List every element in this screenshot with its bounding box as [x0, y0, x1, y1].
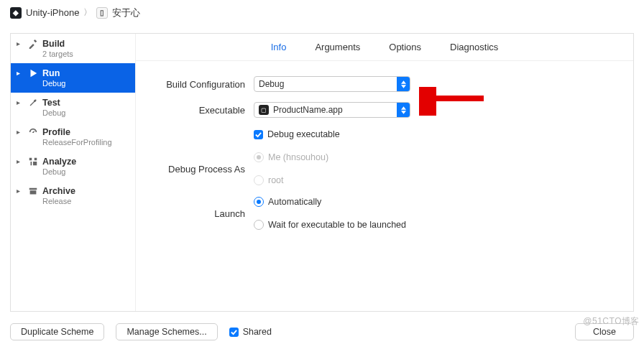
breadcrumb-target[interactable]: 安于心 — [112, 6, 140, 19]
callout-arrow-icon — [419, 87, 491, 116]
tab-diagnostics[interactable]: Diagnostics — [448, 39, 500, 55]
app-icon: ▢ — [259, 105, 269, 115]
build-config-value: Debug — [259, 79, 284, 89]
debug-as-me-label: Me (hnsouhou) — [268, 152, 328, 162]
sidebar-item-label: Profile — [42, 126, 112, 138]
scheme-sidebar: ▸ Build 2 targets ▸ Run Debug ▸ Test Deb… — [11, 34, 136, 311]
sidebar-item-profile[interactable]: ▸ Profile ReleaseForProfiling — [11, 122, 135, 152]
sidebar-item-sub: Debug — [42, 108, 65, 118]
radio-icon — [254, 175, 264, 185]
archive-icon — [28, 186, 38, 196]
disclosure-icon: ▸ — [17, 185, 24, 197]
breadcrumb-project[interactable]: Unity-iPhone — [26, 7, 79, 18]
sidebar-item-run[interactable]: ▸ Run Debug — [11, 63, 135, 93]
disclosure-icon: ▸ — [17, 68, 24, 79]
sidebar-item-label: Build — [42, 38, 73, 50]
manage-schemes-button[interactable]: Manage Schemes... — [116, 323, 217, 340]
tabs: Info Arguments Options Diagnostics — [136, 34, 633, 61]
select-caret-icon — [397, 103, 410, 117]
sidebar-item-sub: 2 targets — [42, 50, 73, 59]
shared-checkbox[interactable]: Shared — [229, 327, 272, 337]
sidebar-item-sub: Debug — [42, 167, 76, 177]
hammer-icon — [28, 39, 38, 49]
target-icon: ▯ — [96, 7, 108, 19]
debug-executable-label: Debug executable — [267, 129, 340, 139]
build-config-select[interactable]: Debug — [254, 76, 410, 92]
tab-options[interactable]: Options — [387, 39, 423, 55]
executable-value: ProductName.app — [273, 105, 343, 115]
sidebar-item-sub: ReleaseForProfiling — [42, 138, 112, 147]
debug-as-me-radio[interactable]: Me (hnsouhou) — [254, 149, 328, 166]
project-icon: ◆ — [10, 7, 22, 19]
executable-select[interactable]: ▢ ProductName.app — [254, 102, 410, 118]
launch-wait-radio[interactable]: Wait for executable to be launched — [254, 216, 406, 233]
checkbox-checked-icon — [229, 328, 239, 337]
sidebar-item-label: Archive — [42, 185, 75, 197]
launch-auto-radio[interactable]: Automatically — [254, 193, 321, 210]
gauge-icon — [28, 127, 38, 137]
disclosure-icon: ▸ — [17, 97, 24, 108]
sidebar-item-analyze[interactable]: ▸ Analyze Debug — [11, 152, 135, 181]
debug-as-root-radio[interactable]: root — [254, 172, 284, 189]
bottom-bar: Duplicate Scheme Manage Schemes... Share… — [0, 312, 644, 352]
tab-arguments[interactable]: Arguments — [313, 39, 362, 55]
checkbox-checked-icon — [254, 130, 263, 139]
radio-icon — [254, 220, 264, 230]
form-body: Build Configuration Debug Executable — [136, 61, 633, 246]
duplicate-scheme-button[interactable]: Duplicate Scheme — [10, 323, 104, 340]
chevron-right-icon: 〉 — [83, 6, 92, 19]
disclosure-icon: ▸ — [17, 156, 24, 167]
breadcrumb: ◆ Unity-iPhone 〉 ▯ 安于心 — [0, 0, 644, 26]
analyze-icon — [28, 157, 38, 167]
launch-label: Launch — [153, 208, 254, 219]
radio-icon — [254, 152, 264, 162]
debug-process-as-label: Debug Process As — [153, 164, 254, 175]
sidebar-item-label: Analyze — [42, 156, 76, 167]
sidebar-item-build[interactable]: ▸ Build 2 targets — [11, 34, 135, 63]
play-icon — [28, 68, 38, 78]
disclosure-icon: ▸ — [17, 126, 24, 138]
shared-label: Shared — [243, 327, 272, 337]
content-pane: Info Arguments Options Diagnostics Build… — [136, 34, 633, 311]
watermark: @51CTO博客 — [583, 315, 640, 328]
launch-wait-label: Wait for executable to be launched — [268, 220, 406, 230]
tab-info[interactable]: Info — [270, 39, 288, 55]
sidebar-item-archive[interactable]: ▸ Archive Release — [11, 181, 135, 210]
main-panel: ▸ Build 2 targets ▸ Run Debug ▸ Test Deb… — [10, 33, 634, 312]
build-config-label: Build Configuration — [153, 79, 254, 90]
sidebar-item-sub: Release — [42, 197, 75, 206]
launch-auto-label: Automatically — [268, 197, 321, 207]
disclosure-icon: ▸ — [17, 38, 24, 50]
sidebar-item-sub: Debug — [42, 79, 65, 88]
select-caret-icon — [397, 77, 410, 91]
wrench-icon — [28, 98, 38, 108]
sidebar-item-label: Run — [42, 68, 65, 79]
debug-as-root-label: root — [268, 175, 284, 185]
sidebar-item-label: Test — [42, 97, 65, 108]
executable-label: Executable — [153, 105, 254, 116]
radio-icon — [254, 197, 264, 207]
sidebar-item-test[interactable]: ▸ Test Debug — [11, 93, 135, 122]
debug-executable-checkbox[interactable]: Debug executable — [254, 129, 340, 139]
